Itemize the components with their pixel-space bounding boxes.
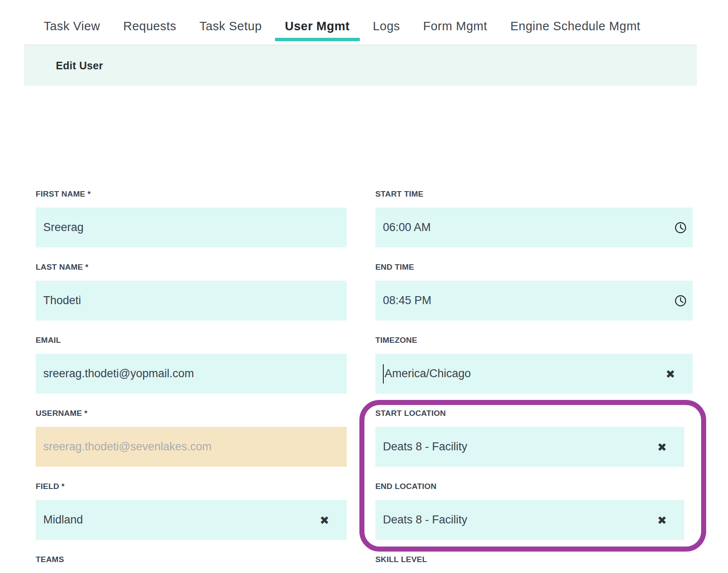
clear-icon[interactable]: ✖: [665, 368, 675, 379]
last-name-label: LAST NAME *: [36, 263, 347, 271]
clear-icon[interactable]: ✖: [657, 514, 667, 526]
first-name-input[interactable]: Sreerag: [36, 208, 347, 247]
end-time-label: END TIME: [375, 263, 693, 271]
start-time-value: 06:00 AM: [383, 221, 431, 234]
tab-user-mgmt[interactable]: User Mgmt: [285, 19, 350, 41]
field-end-location: END LOCATION Deats 8 - Facility ✖: [375, 482, 684, 540]
field-value: Midland: [43, 513, 83, 526]
tab-user-mgmt-label: User Mgmt: [285, 19, 350, 33]
username-label: USERNAME *: [36, 409, 347, 418]
timezone-value: America/Chicago: [385, 367, 471, 380]
email-label: EMAIL: [36, 336, 347, 344]
tab-engine-schedule-mgmt[interactable]: Engine Schedule Mgmt: [511, 19, 641, 41]
email-value: sreerag.thodeti@yopmail.com: [43, 367, 194, 380]
end-location-label: END LOCATION: [375, 482, 684, 491]
username-value: sreerag.thodeti@sevenlakes.com: [43, 440, 212, 453]
clock-icon[interactable]: [674, 294, 687, 307]
start-location-label: START LOCATION: [375, 409, 684, 418]
timezone-label: TIMEZONE: [375, 336, 693, 344]
text-cursor: [383, 364, 384, 384]
timezone-input[interactable]: America/Chicago ✖: [375, 354, 693, 394]
active-tab-underline: [275, 38, 360, 41]
end-time-value: 08:45 PM: [383, 294, 432, 307]
skill-level-label: SKILL LEVEL: [375, 555, 510, 562]
tab-task-setup[interactable]: Task Setup: [199, 19, 262, 41]
tab-requests[interactable]: Requests: [123, 19, 177, 41]
teams-label: TEAMS: [36, 555, 170, 562]
end-location-input[interactable]: Deats 8 - Facility ✖: [375, 500, 684, 540]
clear-icon[interactable]: ✖: [657, 441, 667, 452]
end-time-input[interactable]: 08:45 PM: [375, 281, 693, 321]
username-input: sreerag.thodeti@sevenlakes.com: [36, 427, 347, 467]
tab-logs[interactable]: Logs: [373, 19, 400, 41]
top-tab-bar: Task View Requests Task Setup User Mgmt …: [44, 19, 640, 41]
start-time-input[interactable]: 06:00 AM: [375, 208, 693, 247]
field-teams: TEAMS: [36, 555, 170, 562]
clear-icon[interactable]: ✖: [319, 514, 329, 526]
field-username: USERNAME * sreerag.thodeti@sevenlakes.co…: [36, 409, 347, 467]
end-location-value: Deats 8 - Facility: [383, 513, 467, 526]
field-field: FIELD * Midland ✖: [36, 482, 347, 540]
field-skill-level: SKILL LEVEL: [375, 555, 510, 562]
field-end-time: END TIME 08:45 PM: [375, 263, 693, 321]
section-banner: Edit User: [24, 45, 697, 86]
page-title: Edit User: [56, 60, 103, 72]
first-name-value: Sreerag: [43, 221, 84, 234]
field-start-location: START LOCATION Deats 8 - Facility ✖: [375, 409, 684, 467]
start-time-label: START TIME: [375, 190, 693, 198]
field-timezone: TIMEZONE America/Chicago ✖: [375, 336, 693, 394]
tab-form-mgmt[interactable]: Form Mgmt: [423, 19, 487, 41]
last-name-input[interactable]: Thodeti: [36, 281, 347, 321]
clock-icon[interactable]: [674, 221, 687, 234]
field-input[interactable]: Midland ✖: [36, 500, 347, 540]
start-location-input[interactable]: Deats 8 - Facility ✖: [375, 427, 684, 467]
field-last-name: LAST NAME * Thodeti: [36, 263, 347, 321]
field-email: EMAIL sreerag.thodeti@yopmail.com: [36, 336, 347, 394]
start-location-value: Deats 8 - Facility: [383, 440, 467, 453]
field-start-time: START TIME 06:00 AM: [375, 190, 693, 247]
first-name-label: FIRST NAME *: [36, 190, 347, 198]
tab-task-view[interactable]: Task View: [44, 19, 100, 41]
last-name-value: Thodeti: [43, 294, 81, 307]
field-label: FIELD *: [36, 482, 347, 491]
field-first-name: FIRST NAME * Sreerag: [36, 190, 347, 247]
email-input[interactable]: sreerag.thodeti@yopmail.com: [36, 354, 347, 394]
